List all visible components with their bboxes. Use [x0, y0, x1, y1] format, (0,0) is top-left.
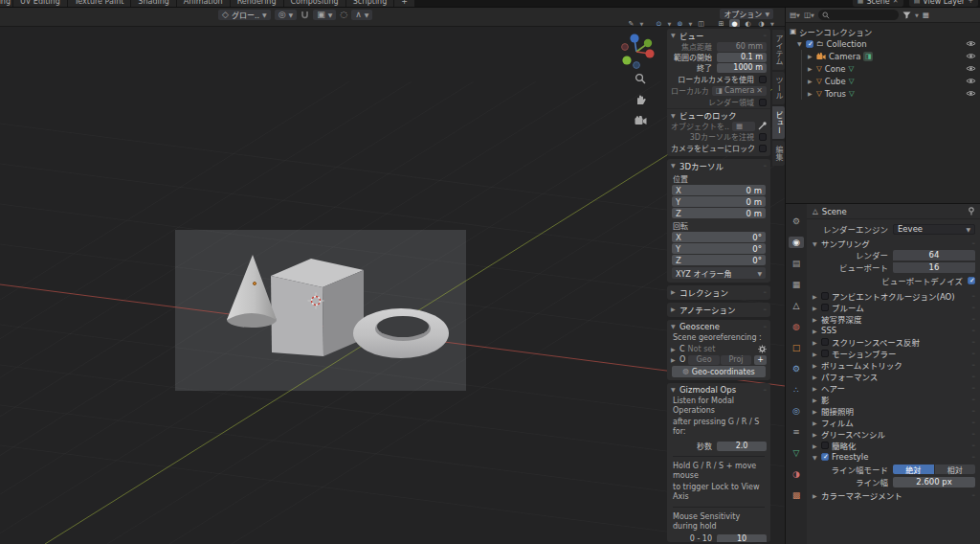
tab-object[interactable]: □ — [789, 342, 804, 353]
ssr-checkbox[interactable] — [821, 338, 829, 346]
view-layer-selector[interactable]: ▤ View Layer + — [909, 0, 978, 7]
outliner-search-input[interactable] — [818, 10, 899, 20]
eyedropper-button[interactable] — [758, 122, 767, 130]
close-icon[interactable]: ✕ — [756, 86, 763, 95]
sidebar-tab-view[interactable]: ビュー — [772, 106, 785, 139]
view-lock-subheader[interactable]: ▼ ビューのロック — [667, 108, 770, 121]
cursor-loc-y-field[interactable]: Y0 m — [672, 196, 766, 207]
snap-magnet-toggle[interactable] — [301, 11, 309, 19]
add-view-layer-icon[interactable]: + — [968, 0, 973, 5]
tab-object-data[interactable]: ▽ — [789, 447, 804, 459]
rotation-mode-dropdown[interactable]: XYZ オイラー角 ▼ — [672, 267, 766, 279]
section-motion-blur[interactable]: ▶モーションブラー– — [807, 348, 980, 359]
cone-object[interactable] — [221, 247, 282, 329]
tab-constraints[interactable]: ≡ — [789, 426, 804, 438]
torus-object[interactable] — [351, 304, 455, 365]
workspace-tab-texture-paint[interactable]: Texture Paint — [68, 0, 131, 8]
section-ambient-occlusion[interactable]: ▶アンビエントオクルージョン(AO)– — [807, 290, 980, 302]
outliner-row-cube[interactable]: ▶ ▽ Cube ▽ — [802, 75, 980, 87]
lock-object-field[interactable]: ▦ — [732, 122, 755, 131]
line-thickness-field[interactable]: 2.600 px — [893, 477, 975, 487]
render-region-checkbox[interactable] — [759, 99, 767, 106]
mesh-data-icon[interactable]: ▽ — [849, 89, 855, 99]
samples-render-field[interactable]: 64 — [893, 250, 975, 261]
outliner-row-torus[interactable]: ▶ ▽ Torus ▽ — [802, 87, 980, 100]
tab-physics[interactable]: ◎ — [789, 405, 804, 417]
zoom-button[interactable] — [633, 71, 648, 86]
tab-world[interactable]: ◍ — [789, 321, 804, 332]
pivot-point-dropdown[interactable]: ◎ ▼ — [275, 10, 297, 20]
pan-hand-button[interactable] — [633, 92, 648, 107]
render-engine-dropdown[interactable]: Eevee ▼ — [893, 224, 975, 235]
section-hair[interactable]: ▶ヘアー– — [807, 382, 980, 394]
tab-material[interactable]: ◑ — [789, 468, 804, 480]
tab-render[interactable]: ◉ — [789, 237, 804, 248]
tab-modifiers[interactable]: ⚙ — [789, 363, 804, 374]
display-mode-icon[interactable]: ◫▼ — [804, 11, 814, 20]
ao-checkbox[interactable] — [821, 292, 829, 300]
proportional-editing-toggle[interactable]: ◌ — [340, 10, 347, 20]
cursor-loc-x-field[interactable]: X0 m — [672, 185, 766, 195]
cursor-loc-z-field[interactable]: Z0 m — [672, 208, 766, 218]
section-volumetrics[interactable]: ▶ボリュームメトリック– — [807, 359, 980, 371]
sidebar-tab-edit[interactable]: 編集 — [772, 141, 785, 166]
geo-button[interactable]: Geo — [688, 355, 720, 365]
panel-3d-cursor-header[interactable]: ▼ 3Dカーソル – — [667, 159, 770, 171]
camera-view-button[interactable] — [633, 113, 648, 128]
scene-selector[interactable]: ▦ Scene ✕ — [853, 0, 903, 7]
relative-button[interactable]: 相対 — [935, 465, 976, 474]
editor-type-icon[interactable]: ▤▼ — [790, 11, 800, 20]
eye-icon[interactable] — [966, 40, 976, 47]
lock-camera-to-view-checkbox[interactable] — [759, 145, 767, 152]
tab-texture[interactable]: ▩ — [789, 489, 804, 501]
eye-icon[interactable] — [966, 65, 976, 72]
samples-viewport-field[interactable]: 16 — [893, 262, 975, 273]
lock-3d-cursor-checkbox[interactable] — [759, 133, 767, 141]
proj-button[interactable]: Proj — [721, 355, 752, 365]
tab-particles[interactable]: ∴ — [789, 384, 804, 396]
workspace-tab-modeling[interactable]: Modeling — [0, 0, 12, 8]
sidebar-tab-tool[interactable]: ツール — [772, 72, 785, 104]
cursor-rot-y-field[interactable]: Y0° — [672, 243, 766, 254]
tab-output[interactable]: ▤ — [789, 258, 804, 269]
eye-icon[interactable] — [966, 53, 976, 59]
outliner-row-cone[interactable]: ▶ ▽ Cone ▽ — [802, 62, 980, 75]
section-simplify[interactable]: ▶簡略化– — [807, 440, 980, 451]
panel-gizmodal-header[interactable]: ▼ Gizmodal Ops – — [667, 383, 770, 396]
local-camera-checkbox[interactable] — [759, 76, 767, 83]
outliner-row-camera[interactable]: ▶ Camera ◨ — [802, 50, 980, 62]
new-collection-icon[interactable]: ▦ — [923, 11, 929, 20]
outliner-row-collection[interactable]: ▼ 🗀 Collection — [790, 37, 980, 50]
panel-view-header[interactable]: ▼ ビュー – — [667, 29, 770, 41]
section-bloom[interactable]: ▶ブルーム– — [807, 302, 980, 313]
viewport-denoise-checkbox[interactable] — [968, 277, 975, 284]
workspace-tab-scripting[interactable]: Scripting — [346, 0, 394, 8]
geo-coordinates-button[interactable]: ◍ Geo-coordinates — [672, 366, 766, 377]
section-sss[interactable]: ▶SSS– — [807, 325, 980, 336]
sidebar-tab-item[interactable]: アイテム — [772, 30, 785, 70]
section-shadows[interactable]: ▶影– — [807, 394, 980, 405]
workspace-tab-animation[interactable]: Animation — [177, 0, 230, 8]
camera-data-icon[interactable]: ◨ — [863, 52, 873, 61]
add-button[interactable]: + — [754, 355, 767, 365]
freestyle-checkbox[interactable] — [821, 453, 829, 461]
cursor-rot-x-field[interactable]: X0° — [672, 232, 766, 242]
panel-collections-header[interactable]: ▶ コレクション – — [667, 285, 770, 298]
workspace-tab-compositing[interactable]: Compositing — [284, 0, 345, 8]
clip-start-field[interactable]: 0.1 m — [717, 53, 767, 62]
seconds-field[interactable]: 2.0 — [717, 442, 767, 451]
navigation-gizmo[interactable] — [617, 32, 656, 70]
pin-icon[interactable] — [968, 207, 975, 215]
section-freestyle[interactable]: ▼Freestyle– — [807, 451, 980, 463]
bloom-checkbox[interactable] — [821, 304, 829, 311]
proportional-falloff-dropdown[interactable]: ∧ ▼ — [351, 10, 372, 20]
cursor-rot-z-field[interactable]: Z0° — [672, 255, 766, 265]
section-indirect-lighting[interactable]: ▶間接照明– — [807, 405, 980, 417]
mesh-data-icon[interactable]: ▽ — [849, 64, 855, 74]
clip-end-field[interactable]: 1000 m — [717, 63, 767, 73]
simplify-checkbox[interactable] — [821, 442, 829, 449]
sensitivity-field[interactable]: 10 — [717, 534, 767, 543]
eye-icon[interactable] — [966, 78, 976, 84]
options-dropdown[interactable]: オプション ▼ — [720, 9, 773, 19]
absolute-button[interactable]: 絶対 — [893, 465, 934, 474]
